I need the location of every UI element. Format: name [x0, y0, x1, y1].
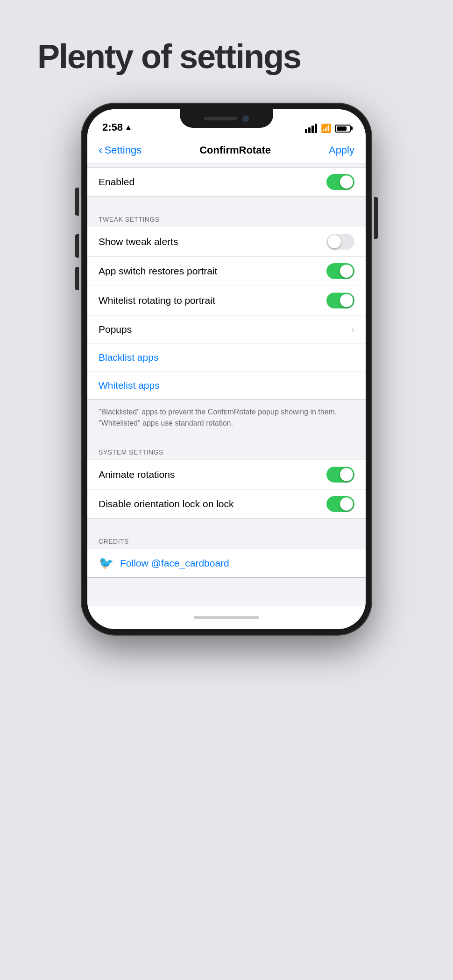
popups-label: Popups: [99, 324, 132, 335]
system-settings-group: Animate rotations Disable orientation lo…: [87, 460, 366, 519]
notch: [180, 109, 273, 128]
toggle-knob: [328, 235, 341, 248]
page-title: Plenty of settings: [37, 37, 301, 76]
toggle-knob: [340, 497, 353, 511]
camera: [242, 115, 249, 122]
location-icon: ▲: [125, 123, 132, 132]
volume-down-button: [75, 267, 79, 290]
tweak-settings-header: TWEAK SETTINGS: [87, 206, 366, 227]
enabled-toggle[interactable]: [326, 174, 354, 190]
apply-button[interactable]: Apply: [329, 144, 354, 156]
status-time: 2:58 ▲: [102, 121, 132, 133]
spacer-1: [87, 163, 366, 167]
credits-group: 🐦 Follow @face_cardboard: [87, 549, 366, 578]
signal-icon: [305, 124, 317, 133]
credits-header: CREDITS: [87, 528, 366, 549]
app-switch-toggle[interactable]: [326, 263, 354, 279]
app-switch-row: App switch restores portrait: [87, 257, 366, 286]
mute-button: [75, 197, 79, 215]
volume-up-button: [75, 234, 79, 258]
blacklist-note: "Blacklisted" apps to prevent the Confir…: [87, 400, 366, 435]
show-tweak-alerts-label: Show tweak alerts: [99, 236, 178, 247]
toggle-knob: [340, 294, 353, 307]
status-icons: 📶: [305, 123, 351, 133]
wifi-icon: 📶: [321, 123, 331, 133]
toggle-knob: [340, 175, 353, 189]
app-switch-label: App switch restores portrait: [99, 266, 217, 277]
show-tweak-alerts-row: Show tweak alerts: [87, 227, 366, 257]
status-bar: 2:58 ▲ 📶: [87, 109, 366, 137]
animate-rotations-label: Animate rotations: [99, 469, 175, 480]
toggle-knob: [340, 468, 353, 481]
popups-row[interactable]: Popups ›: [87, 315, 366, 343]
blacklist-apps-label: Blacklist apps: [99, 352, 158, 363]
phone-screen: 2:58 ▲ 📶 ‹: [87, 109, 366, 629]
spacer-3: [87, 435, 366, 439]
speaker: [204, 117, 237, 120]
spacer-4: [87, 519, 366, 528]
whitelist-portrait-label: Whitelist rotating to portrait: [99, 295, 215, 306]
tweak-settings-group: Show tweak alerts App switch restores po…: [87, 227, 366, 400]
back-button[interactable]: ‹ Settings: [99, 143, 142, 157]
enabled-row: Enabled: [87, 168, 366, 196]
home-bar: [194, 616, 259, 619]
chevron-left-icon: ‹: [99, 143, 103, 157]
disable-orientation-lock-row: Disable orientation lock on lock: [87, 490, 366, 518]
twitter-icon: 🐦: [99, 556, 113, 570]
phone-shell: 2:58 ▲ 📶 ‹: [82, 104, 371, 635]
blacklist-apps-row[interactable]: Blacklist apps: [87, 343, 366, 371]
animate-rotations-row: Animate rotations: [87, 460, 366, 490]
show-tweak-alerts-toggle[interactable]: [326, 234, 354, 250]
spacer-2: [87, 197, 366, 206]
whitelist-portrait-row: Whitelist rotating to portrait: [87, 286, 366, 315]
back-label: Settings: [105, 144, 142, 156]
enabled-label: Enabled: [99, 176, 134, 188]
toggle-knob: [340, 265, 353, 278]
enabled-section: Enabled: [87, 167, 366, 197]
twitter-row[interactable]: 🐦 Follow @face_cardboard: [87, 549, 366, 577]
whitelist-portrait-toggle[interactable]: [326, 293, 354, 308]
battery-icon: [335, 125, 351, 133]
chevron-right-icon: ›: [351, 324, 354, 335]
spacer-5: [87, 578, 366, 587]
home-indicator: [87, 606, 366, 629]
nav-bar: ‹ Settings ConfirmRotate Apply: [87, 137, 366, 163]
settings-content: Enabled TWEAK SETTINGS Show tweak alerts: [87, 163, 366, 606]
whitelist-apps-label: Whitelist apps: [99, 380, 160, 391]
nav-title: ConfirmRotate: [199, 144, 271, 156]
system-settings-header: SYSTEM SETTINGS: [87, 439, 366, 460]
disable-orientation-lock-toggle[interactable]: [326, 496, 354, 512]
twitter-handle: Follow @face_cardboard: [120, 558, 229, 569]
animate-rotations-toggle[interactable]: [326, 467, 354, 483]
disable-orientation-lock-label: Disable orientation lock on lock: [99, 498, 234, 510]
whitelist-apps-row[interactable]: Whitelist apps: [87, 371, 366, 399]
